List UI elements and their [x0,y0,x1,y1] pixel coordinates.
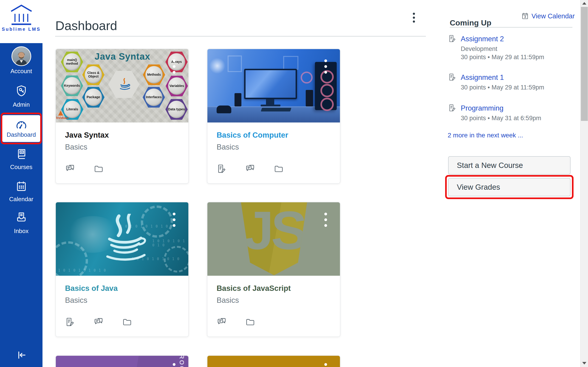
assignments-icon[interactable] [65,317,76,327]
java-cup-logo [95,214,150,264]
scrollbar-down-arrow[interactable] [582,362,586,365]
discussions-icon[interactable] [65,164,76,174]
sidebar-item-courses[interactable]: Courses [0,164,43,171]
course-image-js-logo[interactable]: JS [208,202,340,276]
global-navigation: Sublime LMS Account Admin [0,0,43,367]
files-folder-icon[interactable] [93,164,104,174]
course-subtitle: Basics [65,296,179,305]
hexagon: Keywords [61,75,83,96]
files-folder-icon[interactable] [245,317,256,327]
infographic-heading: Java Syntax [77,51,168,62]
monitor [244,69,297,99]
course-title-link[interactable]: Basics of JavaScript [216,284,331,293]
upcoming-assignment-link[interactable]: Programming [461,104,503,112]
svg-text:3: 3 [524,15,526,19]
java-cup-icon [116,77,131,92]
upcoming-assignment-link[interactable]: Assignment 2 [461,35,504,43]
card-options-kebab-icon[interactable] [172,212,176,238]
course-title-link[interactable]: Basics of Computer [216,131,331,140]
sidebar-item-dashboard-label: Dashboard [7,131,36,138]
coming-up-divider [450,27,572,27]
institution-icon [9,3,34,27]
start-new-course-button[interactable]: Start a New Course [448,156,571,175]
upcoming-details: 30 points • May 31 at 6:59pm [461,115,541,122]
scrollbar-up-arrow[interactable] [582,2,586,5]
card-options-kebab-icon[interactable] [324,363,328,367]
dashboard-options-kebab-icon[interactable] [413,12,415,24]
speaker [306,90,313,106]
card-options-kebab-icon[interactable] [172,363,176,367]
card-action-icons [65,164,104,174]
upcoming-context: Development [461,45,497,52]
course-title-link[interactable]: Java Syntax [65,131,179,140]
upcoming-assignment-link[interactable]: Assignment 1 [461,73,504,82]
card-options-kebab-icon[interactable] [324,59,328,85]
view-grades-button[interactable]: View Grades [448,178,571,196]
speaker [234,93,242,106]
image-side-text: ROCE [178,356,185,367]
wall-frame [228,56,242,72]
sidebar-item-admin[interactable]: Admin [0,101,43,108]
page-title: Dashboard [55,18,117,33]
js-logo-letters: JS [244,202,304,261]
sidebar-item-inbox[interactable]: Inbox [0,227,43,235]
course-card-java-syntax: Java Syntax main() method Class & Object… [55,49,189,184]
brand-name: Sublime LMS [0,27,43,32]
assignment-icon [448,104,457,112]
hexagon: Class & Object [82,65,104,85]
course-card-partial-purple: ROCE [55,355,189,367]
hexagon: Package [82,87,104,108]
sidebar-item-calendar[interactable]: Calendar [0,196,43,203]
scrollbar-track[interactable] [580,0,588,367]
binary-pattern: 1 0 1 0 1 0 1 0 1 0 [152,239,188,247]
course-image-java-art[interactable]: 1 0 1 0 1 0 1 0 1 0 1 0 1 0 1 0 1 0 1 0 … [56,202,188,276]
discussions-icon[interactable] [245,164,256,174]
upcoming-details: 30 points • May 29 at 11:59pm [461,84,544,91]
monitor-stand [266,99,274,105]
assignments-icon[interactable] [216,164,227,174]
sidebar-item-dashboard[interactable]: Dashboard [2,115,40,142]
files-folder-icon[interactable] [121,317,132,327]
more-in-next-week-link[interactable]: 2 more in the next week ... [448,132,523,139]
files-folder-icon[interactable] [273,164,284,174]
hexagon: Variables [166,76,188,96]
discussions-icon[interactable] [216,317,227,327]
brand-logo[interactable]: Sublime LMS [0,3,43,32]
calendar-day-icon: 3 [521,12,529,20]
card-action-icons [65,317,132,327]
keyboard [261,108,291,111]
calendar-icon[interactable] [0,180,43,193]
card-body: Basics of Java Basics [56,276,188,305]
collapse-nav-button[interactable] [0,349,43,361]
course-title-link[interactable]: Basics of Java [65,284,179,293]
hexagon: Data types [165,99,188,120]
courses-book-icon[interactable] [0,148,43,161]
view-calendar-link[interactable]: 3 View Calendar [521,12,575,20]
java-logo-hexagon [108,71,139,98]
sidebar-item-account[interactable]: Account [0,68,43,75]
card-options-kebab-icon[interactable] [172,59,176,85]
course-card-basics-of-computer: Basics of Computer Basics [207,49,340,184]
avatar-portrait [12,47,31,65]
avatar[interactable] [11,46,31,66]
lamp-glow [209,58,225,74]
card-body: Java Syntax Basics [56,123,188,151]
dashboard-gauge-icon [15,119,28,130]
inbox-icon[interactable] [0,211,43,223]
course-image-computer-setup[interactable] [208,49,340,123]
course-image-java-syntax[interactable]: Java Syntax main() method Class & Object… [56,49,188,123]
card-action-icons [216,164,284,174]
course-card-partial-gold [207,355,340,367]
card-options-kebab-icon[interactable] [324,212,328,238]
scrollbar-thumb[interactable] [581,7,588,121]
admin-shield-key-icon[interactable] [0,85,43,97]
course-subtitle: Basics [65,143,179,151]
discussions-icon[interactable] [93,317,104,327]
course-subtitle: Basics [216,296,331,305]
course-image-purple[interactable]: ROCE [56,356,188,367]
hexagon: Methods [143,65,165,85]
course-image-gold[interactable] [208,356,340,367]
coming-up-title: Coming Up [450,18,491,27]
dashboard-page: Sublime LMS Account Admin [0,0,588,367]
hexagon: Arrays [165,52,188,72]
